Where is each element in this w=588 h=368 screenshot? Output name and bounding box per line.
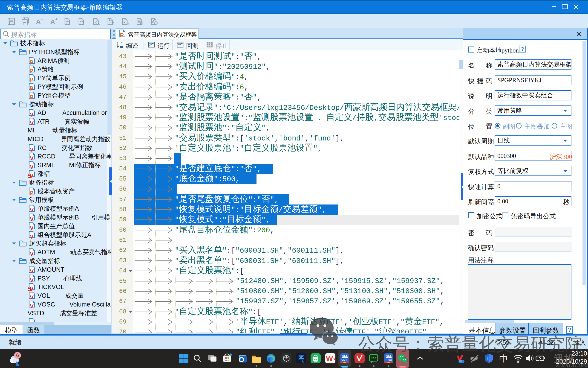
svg-text:W: W — [326, 354, 333, 363]
svg-text:VIP: VIP — [343, 361, 346, 364]
svg-text:A: A — [152, 19, 155, 24]
svg-text:国金: 国金 — [342, 355, 348, 358]
svg-text:A: A — [138, 19, 140, 24]
svg-text:A: A — [50, 18, 55, 26]
svg-text:L: L — [487, 356, 490, 362]
svg-text:P: P — [120, 32, 124, 38]
svg-text:QMT: QMT — [341, 358, 347, 361]
svg-text:A: A — [36, 18, 41, 26]
svg-text:AI: AI — [302, 360, 304, 363]
svg-text:PTrade: PTrade — [385, 359, 393, 361]
svg-text:VIP: VIP — [387, 361, 390, 364]
